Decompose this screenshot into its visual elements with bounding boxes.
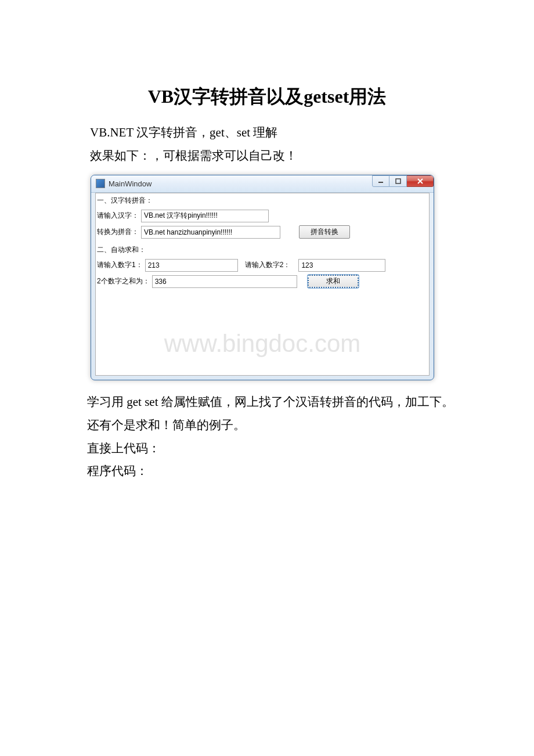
- svg-rect-0: [378, 182, 383, 183]
- sum-button[interactable]: 求和: [308, 275, 359, 288]
- para-3: 直接上代码：: [63, 437, 473, 460]
- pinyin-label: 转换为拼音：: [97, 227, 139, 237]
- client-area: 一、汉字转拼音： 请输入汉字： 转换为拼音： 拼音转换 二、自动求和： 请输入数…: [95, 193, 430, 376]
- hanzi-label: 请输入汉字：: [97, 211, 139, 221]
- section-2-label: 二、自动求和：: [96, 243, 429, 257]
- svg-rect-1: [396, 179, 400, 183]
- sum-output[interactable]: [152, 275, 297, 288]
- num2-label: 请输入数字2：: [245, 260, 291, 270]
- para-4: 程序代码：: [63, 460, 473, 483]
- minimize-button[interactable]: [372, 175, 389, 187]
- pinyin-output[interactable]: [141, 226, 280, 239]
- convert-button[interactable]: 拼音转换: [299, 225, 350, 239]
- numbers-row: 请输入数字1： 请输入数字2：: [96, 257, 429, 273]
- minimize-icon: [378, 178, 384, 184]
- sum-row: 2个数字之和为： 求和: [96, 273, 429, 290]
- close-icon: [417, 178, 424, 185]
- window-title: MainWindow: [109, 179, 151, 188]
- watermark: www.bingdoc.com: [96, 330, 429, 358]
- app-icon: [96, 179, 105, 188]
- intro-text-2: 效果如下：，可根据需求可以自己改！: [90, 145, 473, 168]
- section-1-label: 一、汉字转拼音：: [96, 193, 429, 208]
- maximize-button[interactable]: [389, 175, 407, 187]
- app-window: MainWindow 一、汉字转拼音： 请输入汉字： 转换为拼音： 拼音转换: [91, 175, 434, 380]
- titlebar[interactable]: MainWindow: [91, 175, 434, 193]
- para-1: 学习用 get set 给属性赋值，网上找了个汉语转拼音的代码，加工下。: [63, 391, 473, 414]
- num1-label: 请输入数字1：: [97, 260, 143, 270]
- maximize-icon: [395, 178, 401, 184]
- hanzi-row: 请输入汉字：: [96, 208, 429, 224]
- sum-label: 2个数字之和为：: [97, 276, 150, 286]
- num2-input[interactable]: [298, 259, 385, 272]
- pinyin-row: 转换为拼音： 拼音转换: [96, 224, 429, 240]
- close-button[interactable]: [407, 175, 434, 187]
- window-controls: [372, 175, 434, 188]
- hanzi-input[interactable]: [141, 210, 269, 222]
- para-2: 还有个是求和！简单的例子。: [63, 414, 473, 437]
- page-title: VB汉字转拼音以及getset用法: [0, 84, 534, 110]
- intro-text-1: VB.NET 汉字转拼音，get、set 理解: [90, 121, 473, 145]
- num1-input[interactable]: [145, 259, 238, 272]
